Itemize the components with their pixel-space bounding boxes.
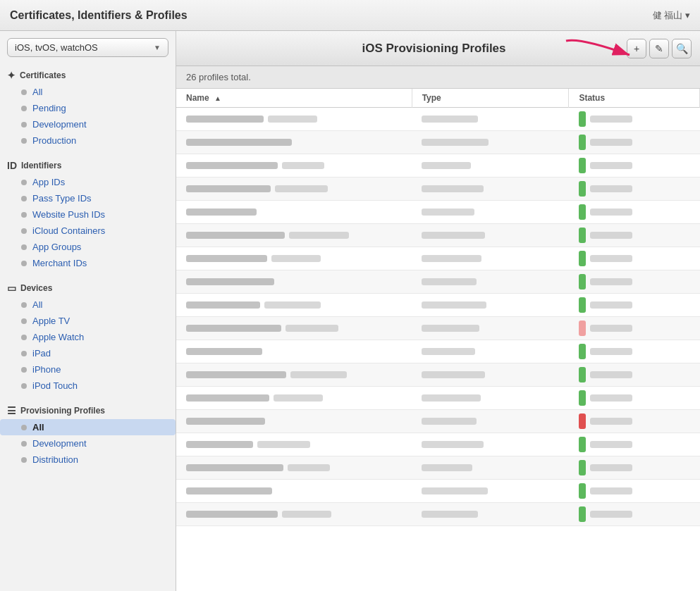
sidebar-item-dev-all[interactable]: All: [0, 297, 176, 313]
type-bar: [422, 232, 485, 239]
cell-status: [569, 178, 700, 201]
chevron-down-icon: ▼: [154, 44, 161, 51]
type-bar: [422, 139, 489, 146]
sidebar-item-prov-all[interactable]: All: [0, 419, 176, 435]
cell-name: [176, 387, 412, 410]
id-icloud-label: iCloud Containers: [32, 225, 105, 236]
cell-status: [569, 224, 700, 247]
cell-type: [412, 363, 569, 387]
status-label: [590, 441, 632, 448]
sidebar-item-id-app-groups[interactable]: App Groups: [0, 239, 176, 255]
cell-type: [412, 387, 569, 410]
status-label: [590, 185, 632, 192]
cell-type: [412, 131, 569, 154]
type-bar: [422, 301, 486, 309]
table-row[interactable]: [176, 270, 700, 294]
dev-all-label: All: [32, 299, 42, 310]
cell-type: [412, 270, 569, 294]
cert-pending-label: Pending: [32, 103, 66, 113]
dev-ipad-dot-icon: [21, 351, 27, 356]
status-label: [590, 511, 632, 518]
table-row[interactable]: [176, 131, 700, 154]
app-title: Certificates, Identifiers & Profiles: [10, 9, 188, 22]
sidebar-item-id-pass-type[interactable]: Pass Type IDs: [0, 190, 176, 206]
type-bar: [422, 255, 481, 262]
sidebar-section-header-identifiers: IDIdentifiers: [0, 157, 176, 174]
table-row[interactable]: [176, 294, 700, 317]
sidebar-item-id-icloud[interactable]: iCloud Containers: [0, 223, 176, 239]
cell-status: [569, 247, 700, 270]
status-indicator: [579, 135, 586, 150]
add-button[interactable]: +: [627, 39, 646, 58]
main-layout: iOS, tvOS, watchOS ▼ ✦CertificatesAllPen…: [0, 31, 700, 591]
sidebar-item-cert-pending[interactable]: Pending: [0, 100, 176, 116]
table-row[interactable]: [176, 317, 700, 340]
name-bar-1: [186, 325, 281, 332]
profiles-tbody: [176, 108, 700, 526]
id-icloud-dot-icon: [21, 228, 27, 234]
table-header: Name ▲ Type Status: [176, 89, 700, 108]
user-menu[interactable]: 健 福山 ▾: [653, 9, 690, 22]
sidebar-item-dev-applewatch[interactable]: Apple Watch: [0, 329, 176, 345]
dev-iphone-label: iPhone: [32, 364, 61, 375]
sidebar-item-id-merchant[interactable]: Merchant IDs: [0, 255, 176, 271]
dev-all-dot-icon: [21, 302, 27, 308]
table-row[interactable]: [176, 480, 700, 503]
table-row[interactable]: [176, 503, 700, 526]
sidebar-item-cert-development[interactable]: Development: [0, 116, 176, 132]
cell-status: [569, 363, 700, 387]
name-bar-2: [290, 371, 347, 378]
prov-all-dot-icon: [21, 425, 27, 430]
table-row[interactable]: [176, 433, 700, 456]
sidebar-section-certificates: ✦CertificatesAllPendingDevelopmentProduc…: [0, 61, 176, 151]
sidebar-item-cert-production[interactable]: Production: [0, 132, 176, 149]
sidebar-item-dev-appletv[interactable]: Apple TV: [0, 313, 176, 329]
sidebar-item-cert-all[interactable]: All: [0, 84, 176, 100]
table-row[interactable]: [176, 363, 700, 387]
table-row[interactable]: [176, 247, 700, 270]
status-label: [590, 278, 632, 285]
status-label: [590, 255, 632, 262]
sidebar-item-prov-distribution[interactable]: Distribution: [0, 452, 176, 468]
cell-type: [412, 503, 569, 526]
platform-dropdown[interactable]: iOS, tvOS, watchOS ▼: [7, 38, 168, 57]
cell-status: [569, 154, 700, 178]
sidebar-item-dev-ipodtouch[interactable]: iPod Touch: [0, 378, 176, 394]
sidebar-item-dev-iphone[interactable]: iPhone: [0, 361, 176, 378]
cell-type: [412, 247, 569, 270]
sidebar-item-dev-ipad[interactable]: iPad: [0, 345, 176, 361]
sidebar-section-provisioning: ☰Provisioning ProfilesAllDevelopmentDist…: [0, 397, 176, 471]
type-bar: [422, 325, 479, 332]
name-bar-1: [186, 348, 262, 355]
edit-button[interactable]: ✎: [649, 39, 669, 58]
table-row[interactable]: [176, 178, 700, 201]
table-row[interactable]: [176, 340, 700, 363]
table-row[interactable]: [176, 154, 700, 178]
name-bar-1: [186, 371, 286, 378]
name-bar-2: [271, 255, 321, 262]
name-bar-2: [264, 301, 321, 309]
table-row[interactable]: [176, 108, 700, 131]
table-row[interactable]: [176, 201, 700, 224]
status-indicator: [579, 367, 586, 382]
status-indicator: [579, 321, 586, 336]
name-bar-1: [186, 185, 271, 192]
sidebar-sections: ✦CertificatesAllPendingDevelopmentProduc…: [0, 61, 176, 471]
cell-name: [176, 363, 412, 387]
sidebar-item-id-website-push[interactable]: Website Push IDs: [0, 206, 176, 223]
table-row[interactable]: [176, 387, 700, 410]
cell-type: [412, 294, 569, 317]
status-label: [590, 394, 632, 402]
table-row[interactable]: [176, 456, 700, 480]
profiles-count: 26 profiles total.: [186, 72, 251, 82]
table-row[interactable]: [176, 224, 700, 247]
col-name[interactable]: Name ▲: [176, 89, 412, 108]
id-app-ids-dot-icon: [21, 180, 27, 185]
table-row[interactable]: [176, 410, 700, 433]
profiles-table-container[interactable]: Name ▲ Type Status: [176, 89, 700, 591]
search-button[interactable]: 🔍: [672, 39, 692, 58]
name-bar-1: [186, 232, 285, 239]
sidebar-item-id-app-ids[interactable]: App IDs: [0, 174, 176, 190]
cell-name: [176, 433, 412, 456]
sidebar-item-prov-development[interactable]: Development: [0, 435, 176, 452]
